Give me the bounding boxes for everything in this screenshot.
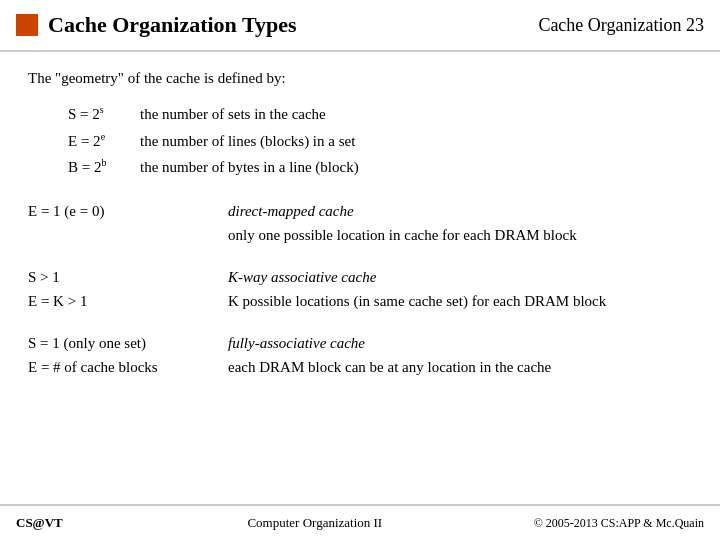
slide-page-ref: Cache Organization 23 [538,15,704,36]
section-kway: S > 1E = K > 1 K-way associative cache K… [28,265,692,313]
section-desc-3: fully-associative cache each DRAM block … [228,331,692,379]
content-area: The "geometry" of the cache is defined b… [0,52,720,504]
footer: CS@VT Computer Organization II © 2005-20… [0,504,720,540]
section-label-1: E = 1 (e = 0) [28,199,228,223]
section-fully-associative: S = 1 (only one set)E = # of cache block… [28,331,692,379]
slide-title: Cache Organization Types [48,12,297,38]
footer-left: CS@VT [16,515,96,531]
def-symbol-s: S = 2s [68,101,128,128]
slide: Cache Organization Types Cache Organizat… [0,0,720,540]
def-desc-b: the number of bytes in a line (block) [140,155,359,181]
section-desc-1-italic: direct-mapped cache [228,199,692,223]
footer-right: © 2005-2013 CS:APP & Mc.Quain [534,516,704,531]
def-desc-e: the number of lines (blocks) in a set [140,129,355,155]
section-label-2: S > 1E = K > 1 [28,265,228,313]
intro-text: The "geometry" of the cache is defined b… [28,70,692,87]
section-desc-3-italic: fully-associative cache [228,331,692,355]
section-desc-2-italic: K-way associative cache [228,265,692,289]
def-row-b: B = 2b the number of bytes in a line (bl… [68,154,692,181]
definitions-block: S = 2s the number of sets in the cache E… [68,101,692,181]
def-symbol-e: E = 2e [68,128,128,155]
header: Cache Organization Types Cache Organizat… [0,0,720,52]
section-direct-mapped: E = 1 (e = 0) direct-mapped cache only o… [28,199,692,247]
section-desc-2: K-way associative cache K possible locat… [228,265,692,313]
def-row-s: S = 2s the number of sets in the cache [68,101,692,128]
section-desc-3-normal: each DRAM block can be at any location i… [228,355,692,379]
def-desc-s: the number of sets in the cache [140,102,326,128]
section-desc-1: direct-mapped cache only one possible lo… [228,199,692,247]
header-title-block: Cache Organization Types [16,12,297,38]
section-label-3: S = 1 (only one set)E = # of cache block… [28,331,228,379]
orange-square-icon [16,14,38,36]
section-desc-2-normal: K possible locations (in same cache set)… [228,289,692,313]
def-row-e: E = 2e the number of lines (blocks) in a… [68,128,692,155]
section-desc-1-normal: only one possible location in cache for … [228,223,692,247]
def-symbol-b: B = 2b [68,154,128,181]
footer-center: Computer Organization II [96,515,534,531]
